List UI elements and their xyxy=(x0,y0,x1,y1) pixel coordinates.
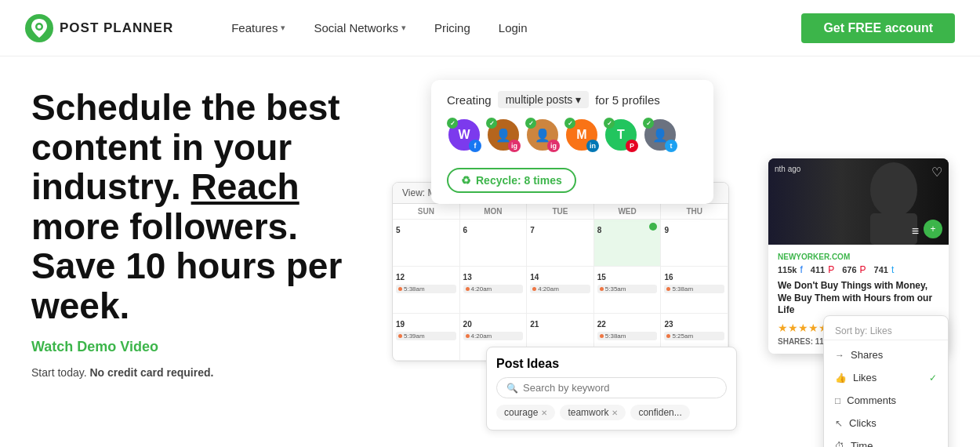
avatar-2[interactable]: ✓ 👤 ig xyxy=(486,118,521,152)
sort-title: Sort by: Likes xyxy=(824,322,948,340)
likes-thumb-icon: 👍 xyxy=(835,372,847,383)
article-image: nth ago ♡ + ≡ xyxy=(768,158,949,245)
avatar-3[interactable]: ✓ 👤 ig xyxy=(525,118,560,152)
cal-event-13: 4:20am xyxy=(463,285,524,293)
keyword-search-input[interactable] xyxy=(523,382,717,394)
post-ideas-search-bar[interactable]: 🔍 xyxy=(496,377,727,398)
cal-event-22: 5:38am xyxy=(597,332,658,340)
tag-teamwork[interactable]: teamwork ✕ xyxy=(560,405,626,420)
avatar-1[interactable]: ✓ W f xyxy=(447,118,481,152)
heart-icon[interactable]: ♡ xyxy=(931,165,942,180)
watch-demo-link[interactable]: Watch Demo Video xyxy=(31,339,392,355)
multiple-posts-tag[interactable]: multiple posts ▾ xyxy=(498,91,589,108)
hero-headline: Schedule the best content in your indust… xyxy=(31,88,392,326)
article-title: We Don't Buy Things with Money, We Buy T… xyxy=(778,280,939,317)
check-badge-1: ✓ xyxy=(447,118,458,129)
facebook-icon: f xyxy=(800,264,802,275)
calendar-day-headers: SUN MON TUE WED THU xyxy=(393,204,728,220)
creating-text: Creating xyxy=(447,93,492,107)
calendar-mockup: View: Month Today FEBRUARY - MARCH ▶ SUN… xyxy=(392,182,729,362)
navbar: POST PLANNER Features ▾ Social Networks … xyxy=(0,0,980,56)
cal-cell-15[interactable]: 15 5:35am xyxy=(594,267,662,314)
nav-social-networks[interactable]: Social Networks ▾ xyxy=(303,15,417,41)
hero-section: Schedule the best content in your indust… xyxy=(0,56,980,447)
nav-login[interactable]: Login xyxy=(488,15,539,41)
svg-point-3 xyxy=(870,162,917,217)
sort-dropdown: Sort by: Likes → Shares 👍 Likes ✓ □ Comm… xyxy=(823,315,949,447)
article-stats: 115k f 411 P 676 P 741 t xyxy=(778,264,939,275)
cal-event-14: 4:20am xyxy=(530,285,590,293)
sort-shares[interactable]: → Shares xyxy=(824,343,948,366)
avatar-4[interactable]: ✓ M in xyxy=(564,118,599,152)
tag-filters: courage ✕ teamwork ✕ confiden... xyxy=(496,405,727,420)
cal-event-19: 5:39am xyxy=(396,332,456,340)
menu-icon[interactable]: ≡ xyxy=(912,224,919,238)
sort-likes-label: Likes xyxy=(853,372,877,383)
likes-check-icon: ✓ xyxy=(929,372,937,383)
sort-comments[interactable]: □ Comments xyxy=(824,389,948,412)
cal-cell-13[interactable]: 13 4:20am xyxy=(460,267,528,314)
pinterest2-icon: P xyxy=(860,264,866,275)
time-ago-text: nth ago xyxy=(775,165,800,173)
day-mon: MON xyxy=(460,204,528,219)
cal-cell-6[interactable]: 6 xyxy=(460,220,528,267)
cal-cell-5[interactable]: 5 xyxy=(393,220,460,267)
day-thu: THU xyxy=(661,204,728,219)
avatar-6[interactable]: ✓ 👤 t xyxy=(643,118,677,152)
remove-courage-tag[interactable]: ✕ xyxy=(541,409,547,417)
headline-line4: more followers. xyxy=(31,206,298,247)
avatar-5[interactable]: ✓ T P xyxy=(604,118,638,152)
recycle-icon: ♻ xyxy=(461,174,471,187)
social-badge-ig-2: ig xyxy=(508,140,521,152)
stat-tw3: 741 t xyxy=(874,264,895,275)
social-badge-ig-3: ig xyxy=(547,140,560,152)
cal-cell-19[interactable]: 19 5:39am xyxy=(393,314,460,361)
stat-tw2: 676 P xyxy=(842,264,866,275)
twitter-icon: t xyxy=(891,264,894,275)
tag-confidence[interactable]: confiden... xyxy=(630,405,689,420)
shares-arrow-icon: → xyxy=(835,350,844,361)
share-badge[interactable]: + xyxy=(924,220,942,238)
cal-cell-8[interactable]: 8 xyxy=(594,220,662,267)
time-clock-icon: ⏱ xyxy=(835,441,844,448)
sort-time[interactable]: ⏱ Time xyxy=(824,434,948,447)
cal-cell-14[interactable]: 14 4:20am xyxy=(527,267,594,314)
logo-icon xyxy=(25,14,53,42)
nav-features[interactable]: Features ▾ xyxy=(220,15,296,41)
nav-pricing[interactable]: Pricing xyxy=(423,15,481,41)
features-chevron-icon: ▾ xyxy=(281,23,285,33)
check-badge-5: ✓ xyxy=(604,118,615,129)
creating-popup: Creating multiple posts ▾ for 5 profiles… xyxy=(431,80,713,204)
day-wed: WED xyxy=(594,204,662,219)
stat-pin: 411 P xyxy=(811,264,834,275)
headline-reach: Reach xyxy=(191,166,299,207)
logo[interactable]: POST PLANNER xyxy=(25,14,173,42)
remove-teamwork-tag[interactable]: ✕ xyxy=(612,409,618,417)
cal-cell-12[interactable]: 12 5:38am xyxy=(393,267,460,314)
sort-likes[interactable]: 👍 Likes ✓ xyxy=(824,366,948,389)
hero-subtext: Start today. No credit card required. xyxy=(31,366,392,379)
cal-event-dot xyxy=(649,223,657,231)
check-badge-3: ✓ xyxy=(525,118,536,129)
clicks-arrow-icon: ↖ xyxy=(835,418,843,429)
social-badge-li-4: in xyxy=(586,140,599,152)
cal-cell-7[interactable]: 7 xyxy=(527,220,594,267)
svg-rect-4 xyxy=(870,213,917,245)
stat-fb: 115k f xyxy=(778,264,803,275)
sort-clicks-label: Clicks xyxy=(849,417,877,429)
cal-cell-9[interactable]: 9 xyxy=(661,220,728,267)
check-badge-4: ✓ xyxy=(564,118,575,129)
get-free-account-button[interactable]: Get FREE account xyxy=(801,13,955,43)
post-ideas-box: Post Ideas 🔍 courage ✕ teamwork ✕ confid… xyxy=(486,347,737,431)
cal-cell-16[interactable]: 16 5:38am xyxy=(661,267,728,314)
calendar-grid: 5 6 7 8 9 12 5:38am 13 4 xyxy=(393,220,728,361)
for-profiles-text: for 5 profiles xyxy=(595,93,660,107)
tag-courage[interactable]: courage ✕ xyxy=(496,405,555,420)
recycle-button[interactable]: ♻ Recycle: 8 times xyxy=(447,168,576,193)
logo-text: POST PLANNER xyxy=(60,20,173,36)
post-ideas-title: Post Ideas xyxy=(496,357,727,371)
sort-clicks[interactable]: ↖ Clicks xyxy=(824,412,948,434)
comments-square-icon: □ xyxy=(835,395,840,406)
social-badge-fb-1: f xyxy=(469,140,481,152)
cal-event-16: 5:38am xyxy=(664,285,724,293)
